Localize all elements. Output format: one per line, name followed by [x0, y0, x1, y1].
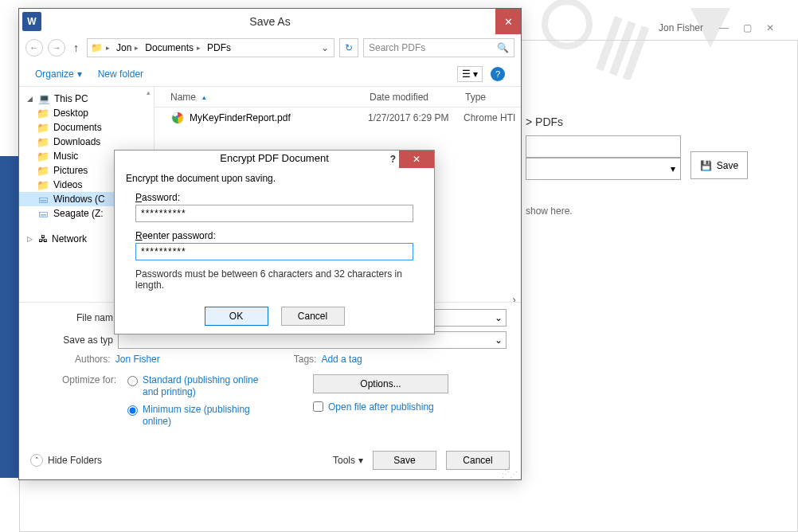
file-date: 1/27/2017 6:29 PM: [368, 112, 464, 123]
tree-item[interactable]: Documents: [19, 120, 154, 135]
chevron-up-icon: ˄: [30, 454, 43, 467]
peek-type-dropdown[interactable]: ▾: [526, 158, 681, 180]
folder-icon: [37, 122, 49, 133]
user-name: Jon Fisher: [659, 22, 703, 33]
authors-value[interactable]: Jon Fisher: [115, 354, 160, 365]
folder-icon: [37, 108, 49, 119]
restore-icon[interactable]: ▢: [743, 22, 752, 33]
tags-value[interactable]: Add a tag: [321, 354, 362, 365]
ok-button[interactable]: OK: [205, 307, 268, 326]
column-headers[interactable]: Name▴ Date modified Type: [155, 87, 521, 108]
options-button[interactable]: Options...: [313, 374, 448, 393]
radio-standard[interactable]: Standard (publishing online and printing…: [127, 374, 262, 399]
search-input[interactable]: Search PDFs 🔍: [363, 38, 514, 57]
breadcrumb-root-icon[interactable]: 📁 ▸: [88, 42, 113, 53]
saveas-titlebar[interactable]: W Save As ✕: [19, 9, 521, 34]
network-icon: [38, 233, 48, 244]
close-icon[interactable]: ✕: [766, 22, 774, 33]
disk-icon: 💾: [700, 160, 712, 171]
col-name[interactable]: Name: [170, 92, 196, 103]
optimize-label: Optimize for:: [30, 374, 116, 385]
word-app-icon: W: [22, 12, 41, 31]
folder-icon: [37, 151, 49, 162]
tags-label: Tags:: [294, 354, 317, 365]
encrypt-message: Encrypt the document upon saving.: [126, 173, 423, 184]
pc-icon: [38, 93, 50, 104]
breadcrumb-segment[interactable]: Jon ▸: [113, 42, 142, 53]
chevron-down-icon: ⌄: [495, 312, 503, 323]
tree-item[interactable]: Desktop: [19, 106, 154, 120]
radio-standard-input[interactable]: [127, 376, 138, 386]
close-button[interactable]: ✕: [495, 9, 521, 34]
col-date[interactable]: Date modified: [370, 92, 465, 103]
encrypt-body: Encrypt the document upon saving. Passwo…: [115, 165, 434, 307]
drive-icon: [37, 208, 49, 219]
refresh-button[interactable]: ↻: [339, 38, 358, 57]
reenter-label: Reenter password:: [135, 230, 423, 241]
back-button[interactable]: ←: [25, 39, 43, 57]
chevron-down-icon: ⌄: [495, 334, 503, 346]
tree-item[interactable]: Downloads: [19, 135, 154, 149]
folder-icon: [37, 165, 49, 176]
password-note: Passwords must be between 6 characters a…: [135, 268, 413, 291]
up-button[interactable]: ↑: [70, 41, 82, 54]
expand-icon[interactable]: ▷: [27, 235, 33, 243]
help-button[interactable]: ?: [491, 67, 505, 81]
view-options-button[interactable]: ☰ ▾: [457, 66, 483, 82]
cancel-button[interactable]: Cancel: [281, 307, 345, 326]
open-after-input[interactable]: [313, 401, 323, 412]
sort-up-icon: ▴: [202, 93, 206, 101]
tools-button[interactable]: Tools ▾: [333, 455, 363, 466]
radio-minimum[interactable]: Minimum size (publishing online): [127, 404, 262, 428]
save-button[interactable]: Save: [373, 451, 436, 470]
peek-info-text: show here.: [526, 205, 573, 217]
encrypt-actions: OK Cancel: [115, 307, 434, 334]
tree-this-pc[interactable]: ◢ This PC: [19, 92, 154, 106]
search-icon: 🔍: [497, 42, 509, 53]
organize-button[interactable]: Organize ▾: [35, 68, 82, 80]
scroll-up-icon[interactable]: ▴: [147, 88, 151, 96]
encrypt-titlebar[interactable]: Encrypt PDF Document ? ✕: [115, 151, 434, 165]
breadcrumb-dropdown[interactable]: ⌄: [316, 42, 334, 53]
search-placeholder: Search PDFs: [369, 42, 425, 53]
word-nav-strip: [0, 156, 20, 478]
close-button[interactable]: ✕: [399, 151, 434, 168]
reenter-password-input[interactable]: [135, 243, 413, 260]
encrypt-dialog-title: Encrypt PDF Document: [220, 152, 329, 164]
encrypt-pdf-dialog: Encrypt PDF Document ? ✕ Encrypt the doc…: [114, 150, 435, 334]
expand-icon[interactable]: ◢: [27, 95, 33, 103]
folder-icon: [37, 136, 49, 147]
new-folder-button[interactable]: New folder: [98, 68, 143, 80]
breadcrumb-segment[interactable]: PDFs: [204, 42, 234, 53]
savetype-label: Save as typ: [30, 334, 118, 346]
hide-folders-button[interactable]: ˄ Hide Folders: [30, 454, 102, 467]
peek-breadcrumb: > PDFs: [526, 115, 563, 128]
dialog-title: Save As: [249, 15, 290, 28]
breadcrumb-bar[interactable]: 📁 ▸ Jon ▸ Documents ▸ PDFs ⌄: [87, 38, 334, 57]
file-type: Chrome HTI: [464, 112, 515, 123]
password-label: Password:: [135, 192, 423, 203]
col-type[interactable]: Type: [465, 92, 521, 103]
chrome-pdf-icon: [170, 111, 185, 125]
peek-save-button[interactable]: 💾 Save: [690, 151, 748, 179]
peek-filename-field[interactable]: [526, 135, 681, 158]
cancel-button[interactable]: Cancel: [446, 451, 510, 470]
chevron-down-icon: ▾: [358, 455, 363, 466]
peek-save-label: Save: [717, 160, 738, 171]
folder-icon: [37, 179, 49, 190]
toolbar: Organize ▾ New folder ☰ ▾ ?: [19, 61, 521, 87]
open-after-checkbox[interactable]: Open file after publishing: [313, 401, 448, 413]
authors-label: Authors:: [75, 354, 111, 365]
navigation-row: ← → ↑ 📁 ▸ Jon ▸ Documents ▸ PDFs ⌄ ↻ Sea…: [19, 34, 521, 61]
resize-grip[interactable]: ⋰⋰⋰: [502, 468, 518, 476]
file-row[interactable]: MyKeyFinderReport.pdf 1/27/2017 6:29 PM …: [155, 108, 521, 128]
help-button[interactable]: ?: [390, 154, 396, 165]
forward-button[interactable]: →: [48, 39, 65, 57]
chevron-down-icon: ▾: [77, 68, 82, 80]
word-titlebar: Jon Fisher — ▢ ✕: [659, 22, 774, 33]
radio-minimum-input[interactable]: [127, 405, 138, 416]
file-name: MyKeyFinderReport.pdf: [190, 112, 368, 123]
breadcrumb-segment[interactable]: Documents ▸: [142, 42, 204, 53]
password-input[interactable]: [135, 205, 413, 222]
minimize-icon[interactable]: —: [719, 22, 729, 33]
